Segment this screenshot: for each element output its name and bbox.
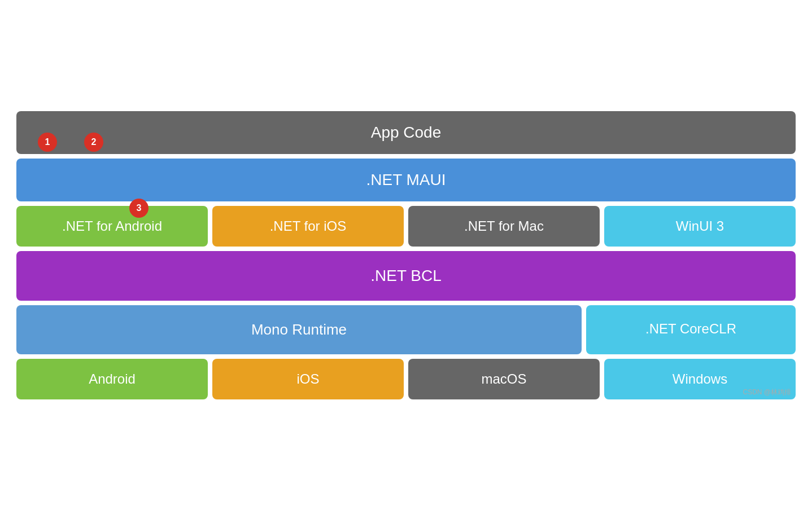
- diagram: App Code .NET MAUI .NET for Android .NET…: [16, 111, 796, 399]
- macos-os-block: macOS: [408, 359, 600, 399]
- platform-row: .NET for Android .NET for iOS .NET for M…: [16, 206, 796, 247]
- ios-os-block: iOS: [212, 359, 404, 399]
- watermark: CSDN @林鸡排: [743, 388, 791, 397]
- net-bcl-block: .NET BCL: [16, 251, 796, 301]
- net-ios-block: .NET for iOS: [212, 206, 404, 247]
- app-code-block: App Code: [16, 111, 796, 154]
- os-row: Android iOS macOS Windows: [16, 359, 796, 399]
- coreclr-block: .NET CoreCLR: [586, 305, 796, 354]
- net-bcl-row: .NET BCL: [16, 251, 796, 301]
- app-code-row: App Code: [16, 111, 796, 154]
- runtime-row: Mono Runtime .NET CoreCLR: [16, 305, 796, 354]
- mono-runtime-block: Mono Runtime: [16, 305, 582, 354]
- android-os-block: Android: [16, 359, 208, 399]
- net-maui-block: .NET MAUI: [16, 159, 796, 201]
- winui-block: WinUI 3: [604, 206, 796, 247]
- net-mac-block: .NET for Mac: [408, 206, 600, 247]
- net-android-block: .NET for Android: [16, 206, 208, 247]
- net-maui-row: .NET MAUI: [16, 159, 796, 201]
